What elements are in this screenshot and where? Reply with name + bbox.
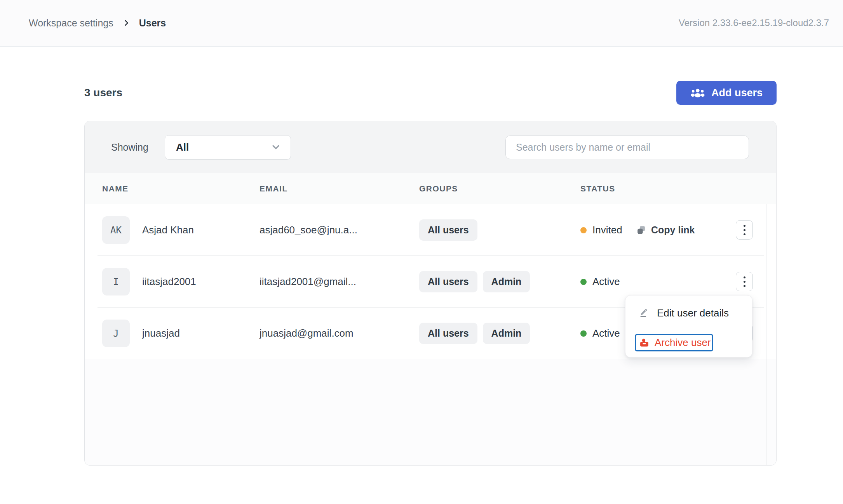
row-actions-kebab-button[interactable] [736, 272, 753, 291]
breadcrumb-users: Users [139, 17, 166, 29]
main-content: 3 users Add users Sho [84, 47, 777, 466]
group-badge: Admin [483, 323, 530, 344]
user-email: jnuasjad@gmail.com [260, 327, 354, 339]
archive-user-label: Archive user [655, 337, 711, 349]
user-name: jnuasjad [142, 327, 180, 339]
status-label: Active [592, 276, 620, 288]
user-actions-context-menu: Edit user details Archive user [625, 295, 752, 358]
search-users-input[interactable] [506, 136, 749, 159]
search-box [505, 136, 749, 159]
table-row: AK Asjad Khan asjad60_soe@jnu.a... All u… [85, 204, 776, 256]
group-badge: All users [419, 323, 477, 344]
column-header-email: EMAIL [260, 173, 288, 204]
row-actions-kebab-button[interactable] [736, 220, 753, 240]
table-header-row: NAME EMAIL GROUPS STATUS [85, 173, 776, 204]
chevron-right-icon [122, 19, 131, 27]
edit-user-details-menu-item[interactable]: Edit user details [625, 301, 752, 325]
version-label: Version 2.33.6-ee2.15.19-cloud2.3.7 [679, 17, 829, 28]
users-count-heading: 3 users [84, 87, 122, 99]
column-header-groups: GROUPS [419, 173, 458, 204]
status-label: Invited [592, 224, 622, 236]
users-settings-page: Workspace settings Users Version 2.33.6-… [0, 0, 843, 504]
user-email: iitasjad2001@gmail... [260, 276, 356, 288]
user-name: iitasjad2001 [142, 276, 196, 288]
edit-user-details-label: Edit user details [657, 307, 729, 319]
edit-pencil-icon [639, 308, 649, 318]
page-header: 3 users Add users [84, 81, 777, 105]
users-group-icon [690, 88, 705, 98]
group-badge: All users [419, 219, 477, 241]
add-users-button[interactable]: Add users [676, 81, 777, 105]
showing-label: Showing [111, 142, 148, 153]
users-toolbar: Showing All [85, 121, 776, 173]
status-dot-invited [580, 227, 587, 233]
group-badge: Admin [483, 271, 530, 292]
status-dot-active [580, 330, 587, 337]
breadcrumb: Workspace settings Users [29, 17, 166, 29]
showing-filter-dropdown[interactable]: All [165, 135, 291, 160]
column-header-status: STATUS [580, 173, 615, 204]
avatar: I [102, 268, 130, 295]
breadcrumb-workspace-settings[interactable]: Workspace settings [29, 17, 113, 29]
copy-icon [636, 225, 646, 235]
chevron-down-icon [270, 142, 281, 153]
filter-selected-value: All [176, 141, 270, 153]
group-badge: All users [419, 271, 477, 292]
status-dot-active [580, 279, 587, 285]
avatar: J [102, 320, 130, 347]
user-email: asjad60_soe@jnu.a... [260, 224, 357, 236]
add-users-label: Add users [711, 87, 763, 99]
status-label: Active [592, 327, 620, 339]
column-header-name: NAME [102, 173, 129, 204]
top-bar: Workspace settings Users Version 2.33.6-… [0, 0, 843, 47]
archive-user-menu-item[interactable]: Archive user [635, 334, 713, 351]
archive-user-icon [639, 338, 649, 348]
user-name: Asjad Khan [142, 224, 194, 236]
copy-link-label: Copy link [651, 224, 695, 236]
copy-link-button[interactable]: Copy link [636, 204, 695, 256]
avatar: AK [102, 216, 130, 244]
table-right-divider [766, 204, 766, 465]
users-panel: Showing All NAME EMAIL GROUPS STATUS [84, 121, 777, 466]
